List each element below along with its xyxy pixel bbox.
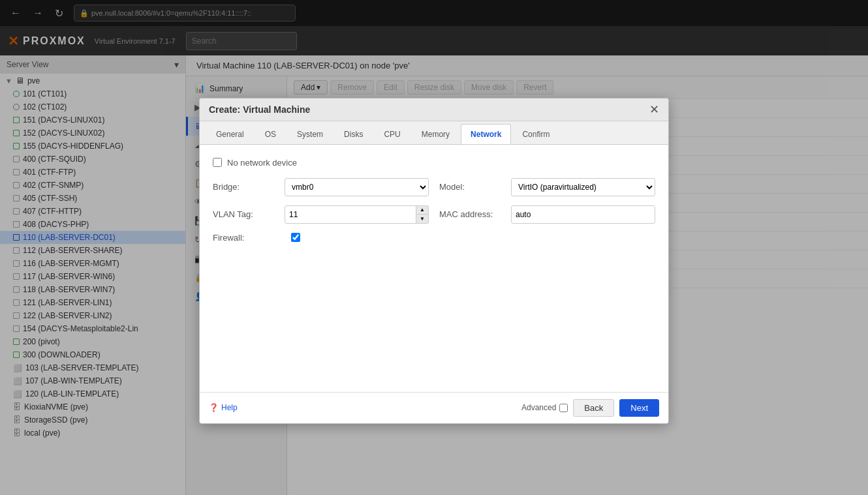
modal-tabs: General OS System Disks CPU Memory Netwo… xyxy=(200,121,668,145)
bridge-label: Bridge: xyxy=(213,182,285,192)
vlan-control: ▲ ▼ xyxy=(285,205,429,224)
advanced-label: Advanced xyxy=(521,403,568,412)
no-network-label: No network device xyxy=(227,158,297,168)
no-network-checkbox[interactable] xyxy=(213,158,222,167)
vlan-label: VLAN Tag: xyxy=(213,209,285,219)
help-button[interactable]: ❓ Help xyxy=(209,403,238,412)
tab-memory[interactable]: Memory xyxy=(412,124,459,144)
spinner-down-button[interactable]: ▼ xyxy=(416,214,429,224)
modal-title: Create: Virtual Machine xyxy=(209,104,310,115)
modal-footer: ❓ Help Advanced Back Next xyxy=(200,392,668,423)
vlan-group: VLAN Tag: ▲ ▼ xyxy=(213,205,429,224)
vlan-spinner: ▲ ▼ xyxy=(285,205,429,224)
modal-footer-right: Advanced Back Next xyxy=(521,399,659,417)
help-label: Help xyxy=(221,403,238,412)
next-button[interactable]: Next xyxy=(619,399,659,417)
modal-body: No network device Bridge: vmbr0 vmbr1 xyxy=(200,145,668,392)
tab-disks[interactable]: Disks xyxy=(334,124,373,144)
modal-footer-left: ❓ Help xyxy=(209,403,238,412)
firewall-row: Firewall: xyxy=(213,233,655,243)
firewall-checkbox[interactable] xyxy=(291,233,300,242)
back-button[interactable]: Back xyxy=(573,399,614,417)
spinner-buttons: ▲ ▼ xyxy=(416,205,429,224)
tab-os[interactable]: OS xyxy=(255,124,286,144)
tab-network[interactable]: Network xyxy=(461,124,511,144)
modal-close-button[interactable]: ✕ xyxy=(649,104,659,115)
modal-header: Create: Virtual Machine ✕ xyxy=(200,98,668,121)
bridge-group: Bridge: vmbr0 vmbr1 xyxy=(213,178,429,196)
no-network-row: No network device xyxy=(213,158,655,168)
model-select[interactable]: VirtIO (paravirtualized) Intel E1000 RTL… xyxy=(511,178,655,196)
mac-group: MAC address: xyxy=(439,205,655,224)
firewall-label: Firewall: xyxy=(213,233,291,243)
help-circle-icon: ❓ xyxy=(209,403,219,412)
advanced-text: Advanced xyxy=(521,403,556,412)
modal-overlay[interactable]: Create: Virtual Machine ✕ General OS Sys… xyxy=(0,0,868,495)
spinner-up-button[interactable]: ▲ xyxy=(416,205,429,215)
bridge-select[interactable]: vmbr0 vmbr1 xyxy=(285,178,429,196)
tab-general[interactable]: General xyxy=(206,124,254,144)
model-label: Model: xyxy=(439,182,511,192)
tab-cpu[interactable]: CPU xyxy=(374,124,410,144)
mac-input[interactable] xyxy=(511,205,655,224)
network-form-grid: Bridge: vmbr0 vmbr1 Model: VirtIO (parav… xyxy=(213,178,655,196)
create-vm-modal: Create: Virtual Machine ✕ General OS Sys… xyxy=(199,98,669,424)
mac-control xyxy=(511,205,655,224)
model-group: Model: VirtIO (paravirtualized) Intel E1… xyxy=(439,178,655,196)
vlan-input[interactable] xyxy=(285,205,429,224)
vlan-mac-grid: VLAN Tag: ▲ ▼ MAC address: xyxy=(213,205,655,224)
tab-system[interactable]: System xyxy=(287,124,333,144)
advanced-checkbox[interactable] xyxy=(559,404,568,412)
bridge-control: vmbr0 vmbr1 xyxy=(285,178,429,196)
model-control: VirtIO (paravirtualized) Intel E1000 RTL… xyxy=(511,178,655,196)
mac-label: MAC address: xyxy=(439,209,511,219)
tab-confirm[interactable]: Confirm xyxy=(512,124,559,144)
